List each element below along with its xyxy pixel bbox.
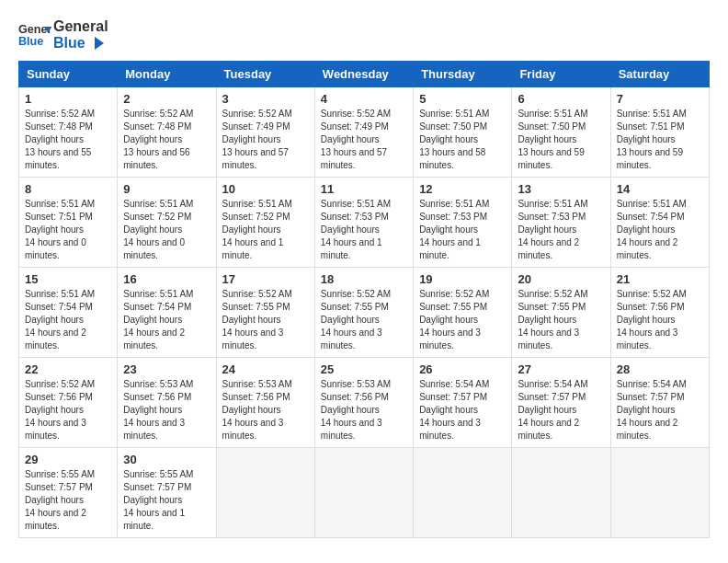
day-number: 10 bbox=[222, 182, 309, 196]
calendar-week-3: 15 Sunrise: 5:51 AM Sunset: 7:54 PM Dayl… bbox=[19, 268, 710, 358]
day-number: 23 bbox=[123, 362, 210, 376]
day-number: 30 bbox=[123, 453, 210, 466]
day-number: 6 bbox=[518, 92, 604, 106]
day-number: 15 bbox=[25, 272, 111, 286]
day-info: Sunrise: 5:52 AM Sunset: 7:48 PM Dayligh… bbox=[25, 108, 111, 172]
calendar-day bbox=[512, 448, 610, 538]
calendar-day: 5 Sunrise: 5:51 AM Sunset: 7:50 PM Dayli… bbox=[414, 87, 512, 178]
day-number: 17 bbox=[222, 272, 309, 286]
weekday-header-tuesday: Tuesday bbox=[216, 62, 314, 87]
day-number: 4 bbox=[321, 92, 407, 106]
day-info: Sunrise: 5:51 AM Sunset: 7:50 PM Dayligh… bbox=[419, 108, 506, 172]
day-info: Sunrise: 5:55 AM Sunset: 7:57 PM Dayligh… bbox=[123, 468, 210, 533]
calendar-day: 1 Sunrise: 5:52 AM Sunset: 7:48 PM Dayli… bbox=[19, 87, 118, 178]
svg-text:Blue: Blue bbox=[18, 35, 43, 48]
day-number: 9 bbox=[123, 182, 210, 196]
day-info: Sunrise: 5:51 AM Sunset: 7:50 PM Dayligh… bbox=[518, 108, 604, 172]
day-info: Sunrise: 5:54 AM Sunset: 7:57 PM Dayligh… bbox=[617, 378, 703, 442]
day-number: 20 bbox=[518, 272, 604, 286]
calendar-day: 24 Sunrise: 5:53 AM Sunset: 7:56 PM Dayl… bbox=[216, 358, 314, 448]
day-info: Sunrise: 5:52 AM Sunset: 7:55 PM Dayligh… bbox=[222, 288, 309, 352]
day-info: Sunrise: 5:52 AM Sunset: 7:55 PM Dayligh… bbox=[321, 288, 407, 352]
day-number: 18 bbox=[321, 272, 407, 286]
day-info: Sunrise: 5:53 AM Sunset: 7:56 PM Dayligh… bbox=[222, 378, 309, 442]
day-info: Sunrise: 5:52 AM Sunset: 7:55 PM Dayligh… bbox=[419, 288, 506, 352]
day-number: 11 bbox=[321, 182, 407, 196]
calendar-table: SundayMondayTuesdayWednesdayThursdayFrid… bbox=[18, 61, 710, 538]
day-info: Sunrise: 5:51 AM Sunset: 7:54 PM Dayligh… bbox=[25, 288, 111, 352]
calendar-day: 8 Sunrise: 5:51 AM Sunset: 7:51 PM Dayli… bbox=[19, 178, 118, 268]
day-info: Sunrise: 5:54 AM Sunset: 7:57 PM Dayligh… bbox=[419, 378, 506, 442]
calendar-week-4: 22 Sunrise: 5:52 AM Sunset: 7:56 PM Dayl… bbox=[19, 358, 710, 448]
day-number: 2 bbox=[123, 92, 210, 106]
day-info: Sunrise: 5:51 AM Sunset: 7:53 PM Dayligh… bbox=[321, 198, 407, 262]
day-number: 25 bbox=[321, 362, 407, 376]
calendar-day: 19 Sunrise: 5:52 AM Sunset: 7:55 PM Dayl… bbox=[414, 268, 512, 358]
weekday-header-saturday: Saturday bbox=[610, 62, 709, 87]
calendar-day: 30 Sunrise: 5:55 AM Sunset: 7:57 PM Dayl… bbox=[118, 448, 216, 538]
svg-marker-3 bbox=[95, 37, 104, 50]
calendar-day: 16 Sunrise: 5:51 AM Sunset: 7:54 PM Dayl… bbox=[118, 268, 216, 358]
day-info: Sunrise: 5:52 AM Sunset: 7:56 PM Dayligh… bbox=[25, 378, 111, 442]
calendar-day: 29 Sunrise: 5:55 AM Sunset: 7:57 PM Dayl… bbox=[19, 448, 118, 538]
day-number: 8 bbox=[25, 182, 111, 196]
calendar-header-row: SundayMondayTuesdayWednesdayThursdayFrid… bbox=[19, 62, 710, 87]
calendar-day bbox=[610, 448, 709, 538]
day-number: 26 bbox=[419, 362, 506, 376]
day-number: 13 bbox=[518, 182, 604, 196]
day-number: 19 bbox=[419, 272, 506, 286]
weekday-header-sunday: Sunday bbox=[19, 62, 118, 87]
calendar-day: 7 Sunrise: 5:51 AM Sunset: 7:51 PM Dayli… bbox=[610, 87, 709, 178]
day-info: Sunrise: 5:55 AM Sunset: 7:57 PM Dayligh… bbox=[25, 468, 111, 533]
day-number: 7 bbox=[617, 92, 703, 106]
calendar-week-5: 29 Sunrise: 5:55 AM Sunset: 7:57 PM Dayl… bbox=[19, 448, 710, 538]
day-info: Sunrise: 5:51 AM Sunset: 7:53 PM Dayligh… bbox=[518, 198, 604, 262]
calendar-day: 27 Sunrise: 5:54 AM Sunset: 7:57 PM Dayl… bbox=[512, 358, 610, 448]
calendar-day: 4 Sunrise: 5:52 AM Sunset: 7:49 PM Dayli… bbox=[314, 87, 413, 178]
day-info: Sunrise: 5:51 AM Sunset: 7:51 PM Dayligh… bbox=[25, 198, 111, 262]
calendar-day: 15 Sunrise: 5:51 AM Sunset: 7:54 PM Dayl… bbox=[19, 268, 118, 358]
day-number: 3 bbox=[222, 92, 309, 106]
day-number: 1 bbox=[25, 92, 111, 106]
calendar-day: 13 Sunrise: 5:51 AM Sunset: 7:53 PM Dayl… bbox=[512, 178, 610, 268]
day-number: 24 bbox=[222, 362, 309, 376]
weekday-header-thursday: Thursday bbox=[414, 62, 512, 87]
calendar-day: 9 Sunrise: 5:51 AM Sunset: 7:52 PM Dayli… bbox=[118, 178, 216, 268]
day-number: 14 bbox=[617, 182, 703, 196]
day-info: Sunrise: 5:52 AM Sunset: 7:49 PM Dayligh… bbox=[222, 108, 309, 172]
day-number: 12 bbox=[419, 182, 506, 196]
page-header: General Blue General Blue bbox=[18, 18, 710, 52]
day-number: 29 bbox=[25, 453, 111, 466]
calendar-day bbox=[314, 448, 413, 538]
day-info: Sunrise: 5:51 AM Sunset: 7:53 PM Dayligh… bbox=[419, 198, 506, 262]
calendar-day: 25 Sunrise: 5:53 AM Sunset: 7:56 PM Dayl… bbox=[314, 358, 413, 448]
weekday-header-wednesday: Wednesday bbox=[314, 62, 413, 87]
calendar-week-1: 1 Sunrise: 5:52 AM Sunset: 7:48 PM Dayli… bbox=[19, 87, 710, 178]
logo-blue: Blue bbox=[53, 35, 85, 51]
day-number: 27 bbox=[518, 362, 604, 376]
calendar-day: 18 Sunrise: 5:52 AM Sunset: 7:55 PM Dayl… bbox=[314, 268, 413, 358]
day-info: Sunrise: 5:51 AM Sunset: 7:51 PM Dayligh… bbox=[617, 108, 703, 172]
calendar-day: 6 Sunrise: 5:51 AM Sunset: 7:50 PM Dayli… bbox=[512, 87, 610, 178]
calendar-week-2: 8 Sunrise: 5:51 AM Sunset: 7:51 PM Dayli… bbox=[19, 178, 710, 268]
day-info: Sunrise: 5:53 AM Sunset: 7:56 PM Dayligh… bbox=[321, 378, 407, 442]
logo-general: General bbox=[53, 18, 108, 34]
calendar-day: 17 Sunrise: 5:52 AM Sunset: 7:55 PM Dayl… bbox=[216, 268, 314, 358]
day-info: Sunrise: 5:52 AM Sunset: 7:49 PM Dayligh… bbox=[321, 108, 407, 172]
day-info: Sunrise: 5:54 AM Sunset: 7:57 PM Dayligh… bbox=[518, 378, 604, 442]
calendar-day: 2 Sunrise: 5:52 AM Sunset: 7:48 PM Dayli… bbox=[118, 87, 216, 178]
day-number: 16 bbox=[123, 272, 210, 286]
calendar-day: 20 Sunrise: 5:52 AM Sunset: 7:55 PM Dayl… bbox=[512, 268, 610, 358]
day-info: Sunrise: 5:52 AM Sunset: 7:48 PM Dayligh… bbox=[123, 108, 210, 172]
day-info: Sunrise: 5:52 AM Sunset: 7:56 PM Dayligh… bbox=[617, 288, 703, 352]
day-number: 22 bbox=[25, 362, 111, 376]
calendar-day: 28 Sunrise: 5:54 AM Sunset: 7:57 PM Dayl… bbox=[610, 358, 709, 448]
logo: General Blue General Blue bbox=[18, 18, 108, 52]
logo-icon: General Blue bbox=[18, 18, 51, 52]
calendar-day: 12 Sunrise: 5:51 AM Sunset: 7:53 PM Dayl… bbox=[414, 178, 512, 268]
calendar-day: 10 Sunrise: 5:51 AM Sunset: 7:52 PM Dayl… bbox=[216, 178, 314, 268]
day-number: 28 bbox=[617, 362, 703, 376]
calendar-day bbox=[414, 448, 512, 538]
calendar-day: 14 Sunrise: 5:51 AM Sunset: 7:54 PM Dayl… bbox=[610, 178, 709, 268]
day-number: 5 bbox=[419, 92, 506, 106]
